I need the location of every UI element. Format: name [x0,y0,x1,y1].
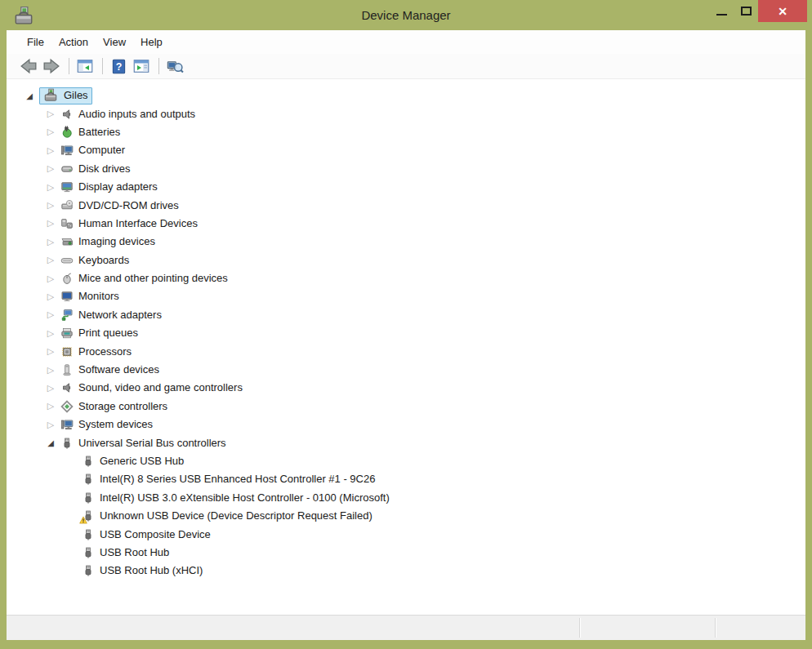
tree-item-label: Sound, video and game controllers [78,379,243,397]
usb-icon [82,455,95,468]
tree-item-keyboards[interactable]: ▷ Keyboards [7,251,805,269]
tree-item-usb-composite-device[interactable]: USB Composite Device [7,525,805,543]
toolbar-separator [158,58,159,74]
tree-item-usb-root-hub-xhci[interactable]: USB Root Hub (xHCI) [7,562,805,580]
forward-button[interactable] [41,56,62,76]
system-device-icon [60,418,74,431]
tree-item-print-queues[interactable]: ▷ Print queues [7,324,805,342]
expander-icon[interactable]: ▷ [44,383,57,393]
tree-item-label: Generic USB Hub [100,452,184,470]
expander-icon[interactable]: ◢ [23,91,36,100]
expander-icon[interactable]: ▷ [44,163,57,174]
expander-icon[interactable]: ◢ [44,438,57,447]
back-button[interactable] [18,56,39,76]
expander-icon[interactable]: ▷ [44,127,57,137]
scan-hardware-changes-button[interactable] [164,56,185,76]
scan-hardware-changes-icon [167,58,184,75]
usb-icon [60,437,74,450]
expander-icon[interactable]: ▷ [44,365,57,376]
expander-icon[interactable]: ▷ [44,109,57,119]
battery-icon [60,126,74,139]
usb-icon [82,528,95,541]
tree-item-system-devices[interactable]: ▷ System devices [7,416,805,433]
expander-icon[interactable]: ▷ [44,145,57,156]
show-console-tree-icon [77,58,93,74]
expander-icon[interactable]: ▷ [44,420,57,430]
tree-item-generic-usb-hub[interactable]: Generic USB Hub [7,452,805,470]
expander-icon[interactable]: ▷ [44,273,57,284]
expander-icon[interactable]: ▷ [44,328,57,339]
sound-controller-icon [60,381,74,394]
close-icon: ✕ [778,6,787,17]
tree-item-label: Mice and other pointing devices [78,269,228,287]
help-button[interactable] [108,56,129,76]
help-icon [111,59,127,74]
hid-icon [60,217,74,230]
minimize-icon [716,14,727,16]
tree-item-sound-controllers[interactable]: ▷ Sound, video and game controllers [7,379,805,397]
menu-action[interactable]: Action [51,33,96,51]
toolbar-separator [69,58,69,74]
toolbar [7,54,805,79]
maximize-icon [741,7,752,16]
expander-icon[interactable]: ▷ [44,401,57,411]
expander-icon[interactable]: ▷ [44,291,57,302]
mouse-icon [60,272,74,285]
tree-item-unknown-usb-device[interactable]: Unknown USB Device (Device Descriptor Re… [7,507,805,525]
device-manager-app-icon [13,6,34,25]
tree-item-giles-root[interactable]: ◢ Giles [7,87,805,104]
maximize-button[interactable] [734,0,758,22]
selection-highlight[interactable]: Giles [39,87,92,104]
status-bar [7,615,805,640]
tree-item-intel-8-series-controller[interactable]: Intel(R) 8 Series USB Enhanced Host Cont… [7,470,805,488]
tree-item-processors[interactable]: ▷ Processors [7,342,805,360]
tree-item-dvd-drives[interactable]: ▷ DVD/CD-ROM drives [7,196,805,214]
tree-item-audio[interactable]: ▷ Audio inputs and outputs [7,104,805,122]
tree-item-hid[interactable]: ▷ Human Interface Devices [7,215,805,233]
warning-icon [79,516,87,524]
forward-arrow-icon [42,57,60,75]
storage-controller-icon [60,400,74,413]
tree-item-imaging-devices[interactable]: ▷ Imaging devices [7,233,805,251]
tree-item-storage-controllers[interactable]: ▷ Storage controllers [7,398,805,416]
window-controls: ✕ [709,0,807,22]
tree-item-network-adapters[interactable]: ▷ Network adapters [7,306,805,324]
monitor-icon [60,290,74,303]
tree-item-disk-drives[interactable]: ▷ Disk drives [7,160,805,178]
printer-icon [60,327,74,340]
tree-item-usb-root-hub[interactable]: USB Root Hub [7,544,805,562]
tree-item-label: Network adapters [78,306,162,324]
menu-help[interactable]: Help [133,33,170,51]
tree-item-mice[interactable]: ▷ Mice and other pointing devices [7,269,805,287]
tree-item-label: Human Interface Devices [78,215,198,233]
menu-view[interactable]: View [96,33,133,51]
minimize-button[interactable] [709,0,734,22]
expander-icon[interactable]: ▷ [44,182,57,193]
tree-item-label: DVD/CD-ROM drives [78,197,179,215]
status-bar-divider [579,618,580,638]
tree-item-intel-usb3-controller[interactable]: Intel(R) USB 3.0 eXtensible Host Control… [7,489,805,507]
tree-item-label: Intel(R) USB 3.0 eXtensible Host Control… [100,489,390,507]
expander-icon[interactable]: ▷ [44,218,57,229]
tree-item-software-devices[interactable]: ▷ Software devices [7,361,805,379]
expander-icon[interactable]: ▷ [44,237,57,247]
expander-icon[interactable]: ▷ [44,309,57,320]
show-console-tree-button[interactable] [74,56,96,76]
tree-item-monitors[interactable]: ▷ Monitors [7,287,805,305]
title-bar: Device Manager ✕ [0,0,812,30]
expander-icon[interactable]: ▷ [44,346,57,357]
tree-item-display-adapters[interactable]: ▷ Display adapters [7,178,805,196]
tree-item-batteries[interactable]: ▷ Batteries [7,123,805,141]
tree-item-label: Giles [64,87,88,104]
tree-item-label: Keyboards [78,251,129,269]
menu-file[interactable]: File [20,33,51,51]
close-button[interactable]: ✕ [758,0,807,22]
tree-item-usb-controllers[interactable]: ◢ Universal Serial Bus controllers [7,433,805,451]
expander-icon[interactable]: ▷ [44,255,57,265]
tree-item-label: USB Root Hub (xHCI) [100,562,203,580]
usb-icon [82,564,95,577]
tree-item-computer[interactable]: ▷ Computer [7,141,805,159]
expander-icon[interactable]: ▷ [44,200,57,211]
show-action-pane-button[interactable] [131,56,152,76]
tree-item-label: USB Composite Device [100,526,211,544]
